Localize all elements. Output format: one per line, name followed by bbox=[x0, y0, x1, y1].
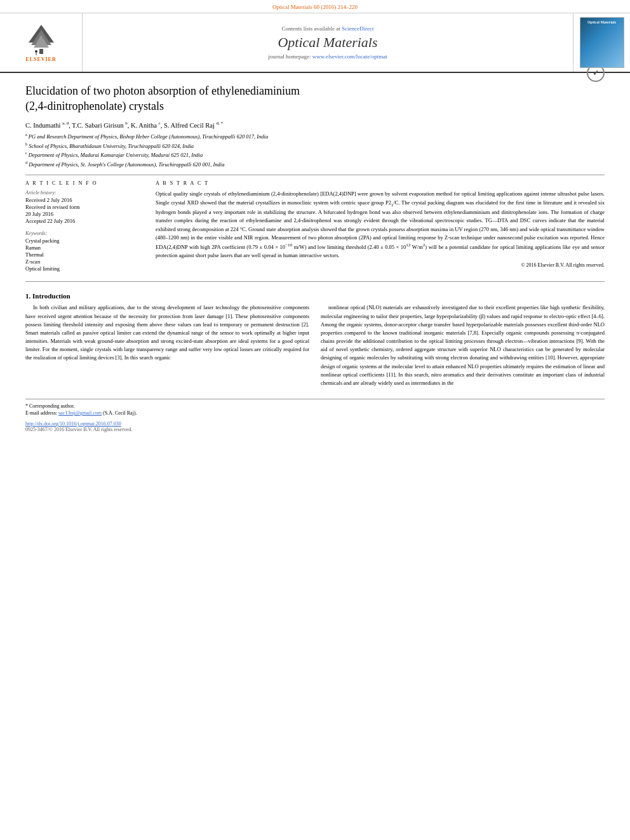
svg-point-4 bbox=[35, 50, 37, 53]
article-content: ✓ Elucidation of two photon absorption o… bbox=[0, 73, 630, 440]
homepage-link[interactable]: www.elsevier.com/locate/optmat bbox=[312, 53, 387, 60]
intro-para-2: nonlinear optical (NLO) materials are ex… bbox=[321, 303, 605, 387]
article-title: Elucidation of two photon absorption of … bbox=[25, 83, 605, 114]
history-label: Article history: bbox=[25, 190, 143, 196]
introduction-col1: In both civilian and military applicatio… bbox=[25, 303, 309, 391]
elsevier-logo: ELSEVIER bbox=[22, 23, 60, 62]
abstract-text: Optical quality single crystals of ethyl… bbox=[156, 190, 605, 260]
keywords-section: Keywords: Crystal packing Raman Thermal … bbox=[25, 230, 143, 272]
journal-header: Optical Materials 60 (2016) 214–220 bbox=[0, 0, 630, 13]
revised-date: 20 July 2016 bbox=[25, 211, 143, 217]
affiliations: a PG and Research Department of Physics,… bbox=[25, 132, 605, 168]
affiliation-d: d Department of Physics, St. Joseph's Co… bbox=[25, 160, 605, 169]
svg-rect-0 bbox=[39, 49, 43, 54]
journal-cover-area: Optical Materials bbox=[573, 13, 630, 72]
keyword-4: Z-scan bbox=[25, 258, 143, 265]
journal-title-area: Contents lists available at ScienceDirec… bbox=[83, 13, 573, 72]
introduction-columns: In both civilian and military applicatio… bbox=[25, 303, 605, 391]
journal-homepage: journal homepage: www.elsevier.com/locat… bbox=[268, 53, 387, 60]
divider-1 bbox=[25, 175, 605, 175]
corresponding-note: * Corresponding author. bbox=[25, 403, 605, 409]
journal-name: Optical Materials bbox=[278, 34, 377, 51]
keyword-1: Crystal packing bbox=[25, 237, 143, 244]
introduction-col2: nonlinear optical (NLO) materials are ex… bbox=[321, 303, 605, 391]
affiliation-c: c Department of Physics, Madurai Kamaraj… bbox=[25, 150, 605, 159]
divider-2 bbox=[25, 281, 605, 282]
sciencedirect-link[interactable]: ScienceDirect bbox=[342, 25, 373, 32]
keywords-label: Keywords: bbox=[25, 230, 143, 236]
contents-line: Contents lists available at ScienceDirec… bbox=[282, 25, 374, 32]
accepted-date: Accepted 22 July 2016 bbox=[25, 218, 143, 224]
article-info-abstract: A R T I C L E I N F O Article history: R… bbox=[25, 180, 605, 272]
journal-citation: Optical Materials 60 (2016) 214–220 bbox=[272, 4, 358, 10]
received-date: Received 2 July 2016 bbox=[25, 197, 143, 203]
keyword-3: Thermal bbox=[25, 251, 143, 258]
keyword-5: Optical limiting bbox=[25, 265, 143, 272]
email-note: E-mail address: sac13raj@gmail.com (S.A.… bbox=[25, 410, 605, 416]
keyword-2: Raman bbox=[25, 244, 143, 251]
publisher-logo-area: ELSEVIER bbox=[0, 13, 83, 72]
copyright-line: © 2016 Elsevier B.V. All rights reserved… bbox=[156, 262, 605, 268]
abstract-panel: A B S T R A C T Optical quality single c… bbox=[156, 180, 605, 272]
tree-icon bbox=[22, 23, 60, 55]
introduction-section: 1. Introduction In both civilian and mil… bbox=[25, 292, 605, 391]
cover-title: Optical Materials bbox=[587, 20, 616, 25]
article-info-heading: A R T I C L E I N F O bbox=[25, 180, 143, 186]
issn-line: 0925-3467/© 2016 Elsevier B.V. All right… bbox=[25, 427, 605, 432]
email-link[interactable]: sac13raj@gmail.com bbox=[58, 410, 102, 416]
introduction-heading: 1. Introduction bbox=[25, 292, 605, 300]
abstract-heading: A B S T R A C T bbox=[156, 180, 605, 186]
footnotes: * Corresponding author. E-mail address: … bbox=[25, 399, 605, 432]
intro-para-1: In both civilian and military applicatio… bbox=[25, 303, 309, 362]
article-info-panel: A R T I C L E I N F O Article history: R… bbox=[25, 180, 143, 272]
doi-link[interactable]: http://dx.doi.org/10.1016/j.optmat.2016.… bbox=[25, 421, 121, 427]
affiliation-b: b School of Physics, Bharathidasan Unive… bbox=[25, 142, 605, 150]
revised-label: Received in revised form bbox=[25, 204, 143, 210]
doi-line: http://dx.doi.org/10.1016/j.optmat.2016.… bbox=[25, 421, 605, 427]
affiliation-a: a PG and Research Department of Physics,… bbox=[25, 132, 605, 141]
elsevier-label: ELSEVIER bbox=[25, 57, 56, 62]
authors-line: C. Indumathi a, d, T.C. Sabari Girisun b… bbox=[25, 121, 605, 129]
journal-banner: ELSEVIER Contents lists available at Sci… bbox=[0, 13, 630, 73]
journal-cover-image: Optical Materials bbox=[580, 17, 624, 68]
